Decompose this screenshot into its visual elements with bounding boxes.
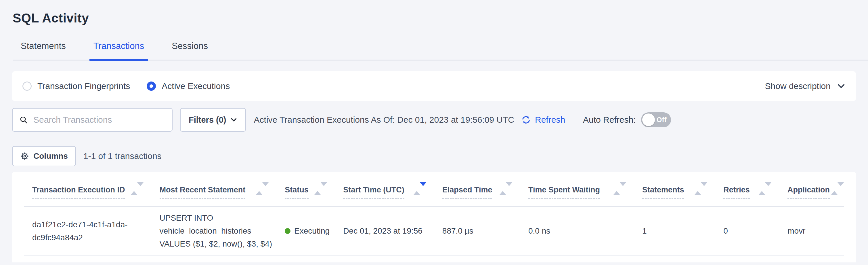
column-header-statements[interactable]: Statements (642, 185, 723, 206)
toggle-state-label: Off (657, 116, 667, 124)
filters-button[interactable]: Filters (0) (180, 108, 246, 132)
status-executing-dot-icon (285, 228, 290, 234)
radio-transaction-fingerprints[interactable]: Transaction Fingerprints (23, 81, 130, 91)
cell-most-recent-statement: UPSERT INTO vehicle_location_histories V… (160, 211, 285, 250)
cell-start-time: Dec 01, 2023 at 19:56 (343, 224, 442, 237)
cell-retries: 0 (723, 224, 787, 237)
tab-sessions[interactable]: Sessions (168, 41, 212, 61)
table-header-row: Transaction Execution ID Most Recent Sta… (24, 172, 844, 207)
chevron-down-icon (226, 116, 237, 123)
refresh-label: Refresh (535, 115, 565, 125)
column-header-elapsed-time[interactable]: Elapsed Time (442, 185, 528, 206)
cell-status: Executing (285, 224, 343, 237)
sort-icons[interactable] (759, 185, 771, 191)
chevron-down-icon (831, 82, 845, 90)
column-header-status[interactable]: Status (285, 185, 343, 206)
results-count: 1-1 of 1 transactions (84, 151, 162, 161)
radio-selected-icon[interactable] (147, 81, 156, 91)
sort-icons[interactable] (831, 185, 844, 191)
sort-icons-active-desc[interactable] (413, 185, 426, 191)
gear-icon (20, 152, 33, 161)
sort-icons[interactable] (500, 185, 512, 191)
sort-icons[interactable] (694, 185, 707, 191)
column-header-retries[interactable]: Retries (723, 185, 787, 206)
column-header-transaction-execution-id[interactable]: Transaction Execution ID (32, 185, 160, 206)
cell-transaction-execution-id[interactable]: da1f21e2-de71-4c1f-a1da-dc9fc94a84a2 (32, 218, 160, 244)
toggle-knob (642, 113, 655, 126)
radio-unselected-icon[interactable] (23, 81, 32, 91)
refresh-icon (521, 114, 535, 125)
column-header-most-recent-statement[interactable]: Most Recent Statement (160, 185, 285, 206)
as-of-timestamp: Active Transaction Executions As Of: Dec… (254, 115, 514, 125)
cell-statements: 1 (642, 224, 723, 237)
table-row[interactable]: da1f21e2-de71-4c1f-a1da-dc9fc94a84a2 UPS… (24, 207, 844, 256)
auto-refresh-toggle[interactable]: Off (641, 112, 671, 127)
page-title: SQL Activity (13, 10, 868, 26)
sort-icons[interactable] (314, 185, 327, 191)
sort-icons[interactable] (131, 185, 144, 191)
radio-label: Active Executions (162, 81, 230, 91)
sort-icons[interactable] (256, 185, 269, 191)
sort-icons[interactable] (614, 185, 626, 191)
cell-elapsed-time: 887.0 µs (442, 224, 528, 237)
cell-time-spent-waiting: 0.0 ns (528, 224, 642, 237)
refresh-button[interactable]: Refresh (521, 114, 565, 125)
view-mode-panel: Transaction Fingerprints Active Executio… (12, 71, 856, 101)
table-toolbar: Columns 1-1 of 1 transactions (12, 146, 856, 166)
search-icon (19, 115, 28, 125)
search-input[interactable] (33, 115, 166, 125)
sql-activity-tabs: Statements Transactions Sessions (13, 41, 868, 60)
columns-button[interactable]: Columns (12, 146, 76, 166)
tab-statements[interactable]: Statements (17, 41, 70, 61)
filters-label: Filters (0) (189, 115, 226, 125)
tab-transactions[interactable]: Transactions (89, 41, 148, 61)
auto-refresh-label: Auto Refresh: (583, 115, 636, 125)
status-label: Executing (294, 224, 330, 237)
radio-label: Transaction Fingerprints (37, 81, 130, 91)
search-box[interactable] (12, 108, 173, 132)
columns-label: Columns (33, 152, 68, 161)
show-description-label: Show description (765, 81, 831, 91)
cell-application: movr (787, 224, 844, 237)
transactions-table: Transaction Execution ID Most Recent Sta… (12, 172, 856, 262)
column-header-start-time[interactable]: Start Time (UTC) (343, 185, 442, 206)
column-header-application[interactable]: Application (787, 185, 844, 206)
radio-active-executions[interactable]: Active Executions (147, 81, 230, 91)
column-header-time-spent-waiting[interactable]: Time Spent Waiting (528, 185, 642, 206)
show-description-toggle[interactable]: Show description (765, 81, 845, 91)
controls-row: Filters (0) Active Transaction Execution… (12, 108, 856, 132)
vertical-divider (574, 111, 575, 128)
